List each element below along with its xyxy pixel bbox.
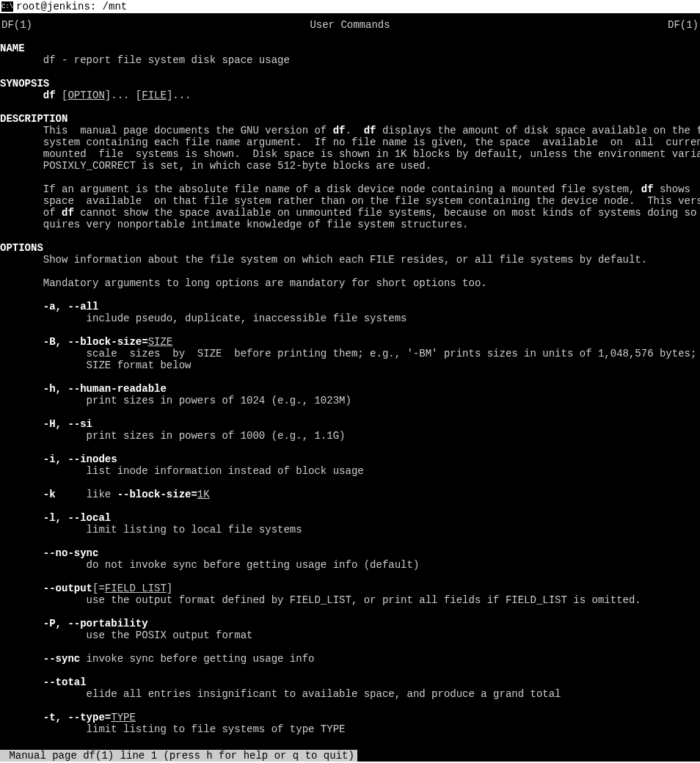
opt-l-flag: -l, --local xyxy=(0,512,700,524)
opt-sync-line: --sync invoke sync before getting usage … xyxy=(0,653,700,665)
desc-p1-l2: system containing each file name argumen… xyxy=(0,136,700,148)
desc-p2-l3: of df cannot show the space available on… xyxy=(0,207,700,219)
opt-a-flag: -a, --all xyxy=(0,301,700,313)
section-synopsis-heading: SYNOPSIS xyxy=(0,78,700,90)
section-name-heading: NAME xyxy=(0,43,700,54)
opt-B-desc2: SIZE format below xyxy=(0,359,700,371)
desc-p1-l4: POSIXLY_CORRECT is set, in which case 51… xyxy=(0,160,700,172)
window-title-text: root@jenkins: /mnt xyxy=(16,0,127,13)
opt-i-desc: list inode information instead of block … xyxy=(0,465,700,477)
man-header-center: User Commands xyxy=(310,19,390,31)
desc-p1-l3: mounted file systems is shown. Disk spac… xyxy=(0,148,700,160)
opt-a-desc: include pseudo, duplicate, inaccessible … xyxy=(0,313,700,324)
opt-t-flag: -t, --type=TYPE xyxy=(0,712,700,723)
opt-P-flag: -P, --portability xyxy=(0,618,700,629)
opt-B-desc1: scale sizes by SIZE before printing them… xyxy=(0,348,700,359)
synopsis-line: df [OPTION]... [FILE]... xyxy=(0,90,700,101)
opt-t-desc: limit listing to file systems of type TY… xyxy=(0,723,700,735)
opt-P-desc: use the POSIX output format xyxy=(0,629,700,641)
man-header-left: DF(1) xyxy=(1,19,32,31)
desc-p2-l4: quires very nonportable intimate knowled… xyxy=(0,219,700,230)
man-header: DF(1) User Commands DF(1) xyxy=(0,19,700,31)
opt-k-line: -k like --block-size=1K xyxy=(0,489,700,500)
opt-output-desc: use the output format defined by FIELD_L… xyxy=(0,594,700,606)
opt-h-flag: -h, --human-readable xyxy=(0,383,700,395)
opt-nosync-flag: --no-sync xyxy=(0,547,700,559)
opt-B-flag: -B, --block-size=SIZE xyxy=(0,336,700,348)
desc-p1-l1: This manual page documents the GNU versi… xyxy=(0,125,700,136)
man-header-right: DF(1) xyxy=(668,19,699,31)
opt-nosync-desc: do not invoke sync before getting usage … xyxy=(0,559,700,571)
opt-h-desc: print sizes in powers of 1024 (e.g., 102… xyxy=(0,395,700,406)
desc-p2-l1: If an argument is the absolute file name… xyxy=(0,183,700,195)
section-description-heading: DESCRIPTION xyxy=(0,113,700,125)
opt-total-desc: elide all entries insignificant to avail… xyxy=(0,688,700,700)
opt-total-flag: --total xyxy=(0,676,700,688)
opt-H-flag: -H, --si xyxy=(0,418,700,430)
desc-p2-l2: space available on that file system rath… xyxy=(0,195,700,207)
opt-H-desc: print sizes in powers of 1000 (e.g., 1.1… xyxy=(0,430,700,442)
opt-l-desc: limit listing to local file systems xyxy=(0,524,700,536)
opt-output-flag: --output[=FIELD_LIST] xyxy=(0,583,700,594)
name-line: df - report file system disk space usage xyxy=(0,54,700,66)
options-intro2: Mandatory arguments to long options are … xyxy=(0,277,700,289)
options-intro1: Show information about the file system o… xyxy=(0,254,700,266)
man-status-line[interactable]: Manual page df(1) line 1 (press h for he… xyxy=(0,750,357,762)
section-options-heading: OPTIONS xyxy=(0,242,700,254)
terminal-icon: C:\ xyxy=(1,1,13,12)
window-title-bar: C:\ root@jenkins: /mnt xyxy=(0,0,700,13)
opt-i-flag: -i, --inodes xyxy=(0,453,700,465)
terminal-viewport[interactable]: DF(1) User Commands DF(1) NAME df - repo… xyxy=(0,13,700,762)
